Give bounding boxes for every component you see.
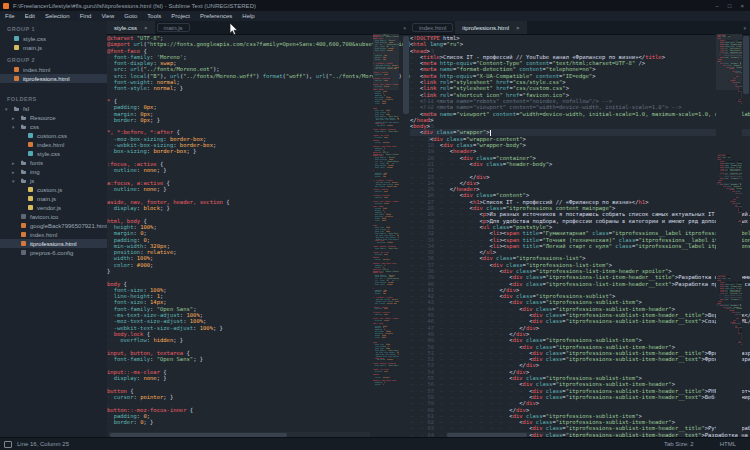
chevron-right-icon[interactable]: ▸ (12, 169, 18, 175)
minimap-content: @charset "UTF-8";@import url("https://fo… (373, 34, 399, 385)
code-line-19[interactable]: ··box-sizing: border-box; } (373, 185, 399, 187)
status-icon[interactable] (4, 441, 12, 448)
code-line-9[interactable]: ··font-style: normal; } (373, 166, 399, 168)
tree-item-googleBack7996507921.html[interactable]: googleBack7996507921.html (0, 221, 107, 230)
tree-item-prepros-6.config[interactable]: prepros-6.config (0, 248, 107, 257)
vertical-scrollbar-right[interactable] (742, 34, 750, 432)
code-line-62[interactable]: ··border: 0; } (373, 383, 399, 385)
folder-icon (21, 124, 26, 129)
menu-find[interactable]: Find (75, 11, 97, 21)
code-line-19[interactable]: ··box-sizing: border-box; } (373, 68, 399, 70)
open-file-index.html[interactable]: index.html (0, 65, 107, 74)
chevron-right-icon[interactable]: ▸ (12, 115, 18, 121)
menu-selection[interactable]: Selection (40, 11, 75, 21)
open-file-itprofessions.html[interactable]: itprofessions.html (0, 74, 107, 83)
code-line-9[interactable]: ··font-style: normal; } (373, 283, 399, 285)
minimap-right[interactable]: <!DOCTYPE html><html lang="ru"><head>— <… (716, 34, 742, 432)
code-line-52[interactable]: ··font-family: "Open Sans"; } (373, 365, 399, 367)
code-line-64[interactable]: — — — — — — — — — — — — <div class="itpr… (716, 395, 742, 397)
code-line-21[interactable]: — — — — — — <div class="header-body"> (716, 193, 742, 195)
chevron-down-icon[interactable]: ▾ (12, 124, 18, 130)
chevron-down-icon[interactable]: ▾ (5, 106, 11, 112)
tree-item-css[interactable]: ▾css (0, 122, 107, 131)
title-bar[interactable]: F:\FreelancerLifestyle\#fls.guru\fsl\itp… (0, 0, 750, 11)
tree-item-index.html[interactable]: index.html (0, 140, 107, 149)
html-file-icon (21, 223, 26, 228)
status-bar: Line 16, Column 25 Tab Size: 2 HTML (0, 437, 750, 450)
css-file-icon (14, 36, 19, 41)
file-file-icon (21, 250, 26, 255)
window-control[interactable]: □ (728, 3, 732, 9)
vertical-scrollbar-left[interactable] (402, 34, 410, 432)
tree-item-vendor.js[interactable]: vendor.js (0, 203, 107, 212)
tab-overflow-icon[interactable]: ▾ (399, 21, 410, 34)
tab-style.css[interactable]: style.css× (107, 21, 155, 34)
menu-preferences[interactable]: Preferences (195, 11, 237, 21)
close-icon[interactable]: × (144, 25, 148, 31)
open-file-style.css[interactable]: style.css (0, 34, 107, 43)
tree-item-fsl[interactable]: ▾fsl (0, 104, 107, 113)
editor-group-1: style.css×main.js▾ @charset "UTF-8";@imp… (107, 21, 411, 438)
tree-item-itprofessions.html[interactable]: itprofessions.html (0, 239, 107, 248)
tree-item-style.css[interactable]: style.css (0, 149, 107, 158)
tree-item-favicon.ico[interactable]: favicon.ico (0, 212, 107, 221)
tree-item-main.js[interactable]: main.js (0, 194, 107, 203)
folder-icon (21, 178, 26, 183)
code-line-21[interactable]: — — — — — — <div class="header-body"> (716, 314, 742, 316)
html-file-icon (28, 142, 33, 147)
window-control[interactable]: × (740, 3, 744, 9)
code-line-9[interactable]: ··font-style: normal; } (373, 49, 399, 51)
minimap-left[interactable]: @charset "UTF-8";@import url("https://fo… (373, 34, 399, 432)
scrollbar-thumb[interactable] (743, 36, 749, 94)
tree-item-js[interactable]: ▾js (0, 176, 107, 185)
code-line-49[interactable]: ····overflow: hidden; } (373, 359, 399, 361)
tree-item-Resource[interactable]: ▸Resource (0, 113, 107, 122)
folder-icon (14, 106, 19, 111)
open-file-main.js[interactable]: main.js (0, 43, 107, 52)
scrollbar-thumb[interactable] (403, 36, 409, 114)
code-line-13[interactable]: — <meta name="viewport" content="width=d… (410, 111, 750, 117)
menu-goto[interactable]: Goto (119, 11, 142, 21)
tab-bar-right: index.htmlitprofessions.html×▾ (410, 21, 750, 35)
tab-index.html[interactable]: index.html (412, 23, 453, 32)
css-file-icon (28, 133, 33, 138)
folder-icon (21, 115, 26, 120)
code-line-52[interactable]: ··font-family: "Open Sans"; } (373, 130, 399, 132)
menu-view[interactable]: View (96, 11, 119, 21)
syntax-indicator[interactable]: HTML (720, 441, 736, 447)
tab-itprofessions.html[interactable]: itprofessions.html× (455, 21, 526, 34)
code-area-html[interactable]: <!DOCTYPE html><html lang="ru"><head>— <… (410, 34, 750, 438)
code-line-21[interactable]: — — — — — — <div class="header-body"> (716, 72, 742, 74)
tab-size-indicator[interactable]: Tab Size: 2 (664, 441, 694, 447)
tree-item-custom.css[interactable]: custom.css (0, 131, 107, 140)
window-control[interactable]: – (716, 3, 719, 9)
code-line-49[interactable]: ····overflow: hidden; } (373, 125, 399, 127)
code-line-52[interactable]: ··font-family: "Open Sans"; } (373, 247, 399, 249)
tab-main.js[interactable]: main.js (157, 23, 190, 32)
html-file-icon (21, 241, 26, 246)
sidebar: GROUP 1 style.css main.jsGROUP 2 index.h… (0, 21, 108, 438)
folder-icon (21, 169, 26, 174)
tree-item-index.html[interactable]: index.html (0, 230, 107, 239)
code-line-19[interactable]: ··box-sizing: border-box; } (373, 302, 399, 304)
tree-item-fonts[interactable]: ▸fonts (0, 158, 107, 167)
chevron-right-icon[interactable]: ▸ (12, 160, 18, 166)
window-title: F:\FreelancerLifestyle\#fls.guru\fsl\itp… (13, 3, 256, 9)
menu-tools[interactable]: Tools (142, 11, 166, 21)
menu-edit[interactable]: Edit (20, 11, 40, 21)
close-icon[interactable]: × (516, 25, 520, 31)
menu-project[interactable]: Project (166, 11, 195, 21)
mouse-cursor (229, 23, 238, 36)
sidebar-group-header: GROUP 2 (0, 52, 107, 65)
file-file-icon (21, 214, 26, 219)
menu-file[interactable]: File (0, 11, 20, 21)
tree-item-img[interactable]: ▸img (0, 167, 107, 176)
code-line-49[interactable]: ····overflow: hidden; } (373, 242, 399, 244)
tab-overflow-icon[interactable]: ▾ (739, 21, 750, 34)
tree-item-custom.js[interactable]: custom.js (0, 185, 107, 194)
menu-help[interactable]: Help (237, 11, 259, 21)
app-icon (3, 3, 9, 9)
chevron-down-icon[interactable]: ▾ (12, 178, 18, 184)
sidebar-group-header: GROUP 1 (0, 21, 107, 34)
js-file-icon (28, 196, 33, 201)
